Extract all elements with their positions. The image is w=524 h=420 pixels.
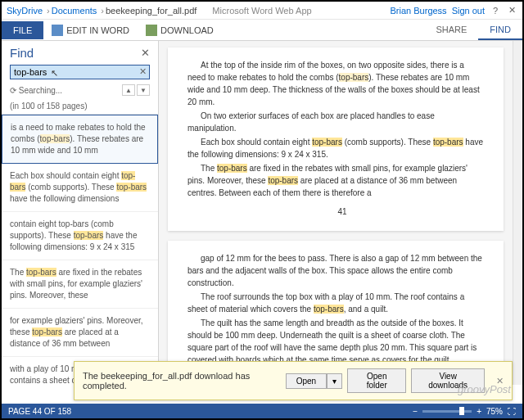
search-result[interactable]: for example glaziers' pins. Moreover, th… (2, 309, 158, 357)
file-button[interactable]: FILE (2, 21, 43, 39)
sign-out-link[interactable]: Sign out (452, 6, 485, 16)
help-icon[interactable]: ? (490, 5, 501, 16)
find-panel: Find ✕ ↖ ✕ ⟳ Searching... ▲ ▼ (in 100 of… (2, 41, 159, 385)
cursor-icon: ↖ (51, 68, 58, 79)
close-find-icon[interactable]: ✕ (141, 47, 150, 59)
result-count: (in 100 of 158 pages) (2, 101, 158, 114)
scrollbar[interactable] (513, 41, 522, 385)
search-result[interactable]: Each box should contain eight top-bars (… (2, 164, 158, 212)
clear-input-icon[interactable]: ✕ (139, 66, 147, 77)
page-indicator[interactable]: PAGE 44 OF 158 (8, 407, 71, 416)
zoom-in-icon[interactable]: + (477, 407, 481, 416)
watermark: groovyPost (458, 383, 511, 395)
zoom-out-icon[interactable]: − (413, 407, 418, 416)
breadcrumb-folder[interactable]: Documents (52, 6, 97, 16)
search-result[interactable]: The top-bars are fixed in the rebates wi… (2, 260, 158, 309)
results-list[interactable]: is a need to make rebates to hold the co… (2, 114, 158, 385)
download-icon (146, 25, 157, 36)
breadcrumb-file: beekeeping_for_all.pdf (106, 6, 196, 16)
share-tab[interactable]: SHARE (424, 20, 478, 40)
open-folder-button[interactable]: Open folder (347, 368, 406, 393)
document-view[interactable]: At the top of the inside rim of the boxe… (159, 41, 513, 385)
next-result-button[interactable]: ▼ (137, 84, 150, 96)
download-notification: The beekeeping_for_all.pdf download has … (74, 361, 513, 400)
page: At the top of the inside rim of the boxe… (168, 47, 504, 231)
download-message: The beekeeping_for_all.pdf download has … (83, 371, 286, 391)
search-result[interactable]: is a need to make rebates to hold the co… (2, 115, 158, 164)
title-bar: SkyDrive › Documents › beekeeping_for_al… (2, 2, 522, 20)
find-status: Searching... (19, 86, 62, 95)
chevron-right-icon: › (47, 6, 50, 16)
prev-result-button[interactable]: ▲ (122, 84, 135, 96)
find-tab[interactable]: FIND (478, 20, 522, 40)
find-title: Find (10, 46, 34, 60)
search-result[interactable]: contain eight top-bars (comb supports). … (2, 212, 158, 260)
zoom-slider[interactable] (422, 410, 472, 413)
user-name[interactable]: Brian Burgess (391, 6, 447, 16)
find-input[interactable] (10, 65, 150, 79)
open-dropdown-button[interactable]: ▾ (327, 373, 342, 389)
zoom-level[interactable]: 75% (486, 407, 503, 416)
expand-icon[interactable]: ⛶ (508, 407, 516, 416)
word-icon (52, 25, 63, 36)
toolbar: FILE EDIT IN WORD DOWNLOAD SHARE FIND (2, 20, 522, 41)
chevron-right-icon: › (101, 6, 104, 16)
edit-in-word-button[interactable]: EDIT IN WORD (43, 20, 138, 40)
app-name: Microsoft Word Web App (212, 6, 311, 16)
download-button[interactable]: DOWNLOAD (138, 20, 222, 40)
breadcrumb-root[interactable]: SkyDrive (7, 6, 43, 16)
close-icon[interactable]: ✕ (506, 5, 517, 16)
status-bar: PAGE 44 OF 158 − + 75% ⛶ (2, 404, 522, 418)
open-button[interactable]: Open (286, 373, 327, 389)
